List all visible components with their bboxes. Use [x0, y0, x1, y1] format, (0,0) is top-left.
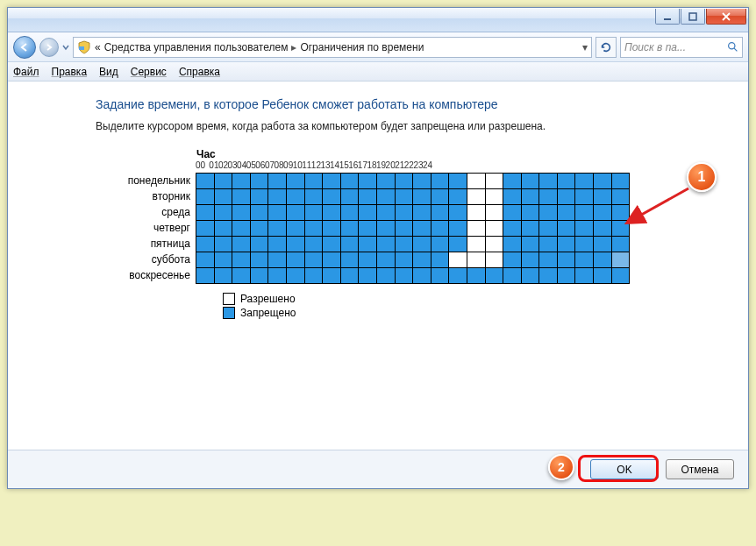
schedule-cell[interactable]: [449, 174, 467, 189]
schedule-cell[interactable]: [594, 252, 612, 268]
schedule-cell[interactable]: [557, 205, 575, 221]
schedule-cell[interactable]: [323, 174, 341, 189]
schedule-cell[interactable]: [611, 174, 630, 189]
schedule-cell[interactable]: [413, 221, 431, 237]
schedule-cell[interactable]: [467, 221, 485, 237]
schedule-cell[interactable]: [557, 174, 575, 189]
schedule-cell[interactable]: [214, 237, 232, 252]
schedule-cell[interactable]: [359, 237, 377, 252]
schedule-cell[interactable]: [395, 205, 413, 221]
schedule-cell[interactable]: [376, 237, 395, 252]
schedule-cell[interactable]: [503, 237, 522, 252]
schedule-cell[interactable]: [431, 268, 449, 284]
schedule-cell[interactable]: [611, 268, 630, 284]
schedule-cell[interactable]: [557, 237, 575, 252]
schedule-cell[interactable]: [214, 174, 232, 189]
schedule-cell[interactable]: [557, 268, 575, 284]
schedule-cell[interactable]: [395, 268, 413, 284]
schedule-cell[interactable]: [539, 174, 558, 189]
schedule-cell[interactable]: [467, 268, 485, 284]
schedule-cell[interactable]: [575, 221, 594, 237]
schedule-cell[interactable]: [359, 174, 377, 189]
schedule-cell[interactable]: [503, 174, 522, 189]
schedule-cell[interactable]: [232, 174, 251, 189]
schedule-cell[interactable]: [575, 268, 594, 284]
schedule-cell[interactable]: [503, 221, 522, 237]
refresh-button[interactable]: [596, 37, 617, 58]
schedule-cell[interactable]: [214, 221, 232, 237]
schedule-cell[interactable]: [611, 252, 630, 268]
schedule-cell[interactable]: [376, 221, 395, 237]
schedule-cell[interactable]: [232, 189, 251, 205]
schedule-cell[interactable]: [376, 268, 395, 284]
close-button[interactable]: [706, 9, 746, 25]
schedule-cell[interactable]: [413, 174, 431, 189]
schedule-cell[interactable]: [304, 205, 323, 221]
schedule-cell[interactable]: [449, 221, 467, 237]
schedule-cell[interactable]: [413, 205, 431, 221]
schedule-cell[interactable]: [575, 205, 594, 221]
schedule-cell[interactable]: [196, 205, 215, 221]
schedule-cell[interactable]: [413, 189, 431, 205]
schedule-cell[interactable]: [539, 252, 558, 268]
schedule-cell[interactable]: [340, 205, 359, 221]
schedule-cell[interactable]: [467, 237, 485, 252]
schedule-cell[interactable]: [413, 252, 431, 268]
maximize-button[interactable]: [681, 9, 705, 25]
schedule-cell[interactable]: [611, 237, 630, 252]
breadcrumb-item-2[interactable]: Ограничения по времени: [300, 41, 424, 53]
schedule-cell[interactable]: [323, 189, 341, 205]
schedule-cell[interactable]: [376, 205, 395, 221]
schedule-cell[interactable]: [196, 237, 215, 252]
menu-help[interactable]: Справка: [179, 66, 220, 78]
schedule-cell[interactable]: [376, 174, 395, 189]
schedule-cell[interactable]: [268, 205, 287, 221]
schedule-cell[interactable]: [503, 268, 522, 284]
schedule-cell[interactable]: [485, 268, 503, 284]
schedule-cell[interactable]: [286, 221, 304, 237]
minimize-button[interactable]: [655, 9, 680, 25]
schedule-cell[interactable]: [575, 174, 594, 189]
schedule-cell[interactable]: [323, 252, 341, 268]
schedule-cell[interactable]: [196, 268, 215, 284]
schedule-cell[interactable]: [594, 189, 612, 205]
schedule-cell[interactable]: [485, 237, 503, 252]
menu-view[interactable]: Вид: [99, 66, 118, 78]
schedule-cell[interactable]: [359, 205, 377, 221]
schedule-cell[interactable]: [250, 174, 268, 189]
back-button[interactable]: [13, 36, 36, 59]
schedule-cell[interactable]: [250, 189, 268, 205]
schedule-cell[interactable]: [521, 268, 539, 284]
schedule-cell[interactable]: [431, 237, 449, 252]
schedule-cell[interactable]: [539, 205, 558, 221]
schedule-cell[interactable]: [214, 252, 232, 268]
schedule-cell[interactable]: [594, 205, 612, 221]
schedule-cell[interactable]: [376, 189, 395, 205]
schedule-cell[interactable]: [395, 174, 413, 189]
schedule-cell[interactable]: [521, 221, 539, 237]
schedule-cell[interactable]: [521, 174, 539, 189]
schedule-cell[interactable]: [557, 189, 575, 205]
schedule-cell[interactable]: [340, 237, 359, 252]
schedule-cell[interactable]: [196, 221, 215, 237]
schedule-cell[interactable]: [340, 252, 359, 268]
schedule-cell[interactable]: [359, 268, 377, 284]
schedule-cell[interactable]: [304, 189, 323, 205]
schedule-cell[interactable]: [196, 252, 215, 268]
schedule-cell[interactable]: [232, 268, 251, 284]
schedule-cell[interactable]: [232, 237, 251, 252]
schedule-cell[interactable]: [286, 237, 304, 252]
schedule-cell[interactable]: [539, 268, 558, 284]
ok-button[interactable]: OK: [590, 459, 659, 479]
schedule-cell[interactable]: [395, 189, 413, 205]
schedule-cell[interactable]: [485, 252, 503, 268]
schedule-cell[interactable]: [250, 205, 268, 221]
schedule-cell[interactable]: [304, 252, 323, 268]
schedule-grid[interactable]: [196, 173, 630, 284]
schedule-cell[interactable]: [250, 221, 268, 237]
schedule-cell[interactable]: [467, 252, 485, 268]
schedule-cell[interactable]: [268, 221, 287, 237]
schedule-cell[interactable]: [268, 237, 287, 252]
schedule-cell[interactable]: [286, 252, 304, 268]
schedule-cell[interactable]: [485, 205, 503, 221]
